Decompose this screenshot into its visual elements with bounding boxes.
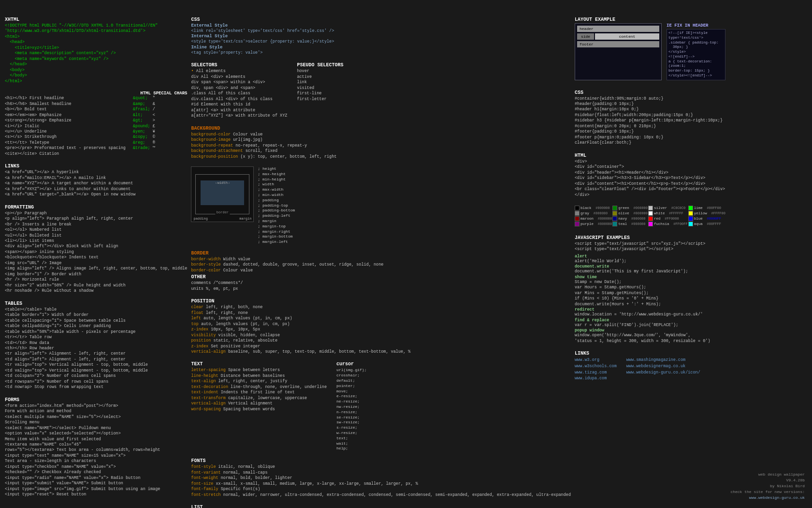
layout-diagram-area: header side content footer IE FIX IN HEA… (575, 23, 725, 80)
links-col1: www.w3.org www.w3schools.com www.tizag.c… (575, 357, 617, 382)
pseudo-title: PSEUDO SELECTORS (297, 62, 343, 68)
layout-diagram: header side content footer (575, 23, 662, 80)
site-url: www.webdesign-guru.co.uk (730, 495, 805, 501)
background-title: BACKGROUND (191, 126, 571, 131)
popup-label: popup window (575, 328, 725, 333)
links-two-col: www.w3.org www.w3schools.com www.tizag.c… (575, 357, 725, 382)
inline-style-title: Inline Style (191, 45, 571, 50)
color-lime: lime #00FF00 (688, 206, 725, 210)
box-outer-rect: border ←width→ (195, 174, 249, 214)
html-special-chars-title: HTML SPECIAL CHARS (140, 91, 187, 96)
time-label: show time (575, 275, 725, 280)
xhtml-column: XHTML <!DOCTYPE html PUBLIC "-//W3C//DTD… (5, 17, 187, 503)
xhtml-section: XHTML <!DOCTYPE html PUBLIC "-//W3C//DTD… (5, 17, 187, 84)
color-black: black #000000 (575, 206, 612, 210)
pseudo-selectors-col: PSEUDO SELECTORS hover active link visit… (297, 62, 343, 119)
cursor-title: cursor (336, 361, 366, 367)
css-properties-list: ; height ; max-height ; min-height ; wid… (258, 166, 295, 245)
cursor-list: cursor url(img.gif); crosshair; default;… (336, 361, 366, 451)
color-blue: blue #0000FF (688, 216, 725, 221)
width-label: ←width→ (216, 181, 230, 185)
box-model-area: padding margin border ←width→ ; height ;… (191, 166, 571, 245)
border-section: BORDER border-width Width value border-s… (191, 251, 571, 292)
list-section: LIST list-style-type disc; circle; squar… (191, 505, 571, 508)
find-label: find & replace (575, 318, 725, 323)
fonts-section: FONTS font-style italic, normal, oblique… (191, 458, 571, 498)
color-yellow: yellow #FFFF00 (688, 211, 725, 216)
text-css-section: TEXT letter-spacing Space between letter… (191, 361, 571, 451)
author: by Nikolai Bird (730, 483, 805, 489)
write-label: document.write (575, 264, 725, 269)
le-footer-box: footer (577, 41, 659, 47)
text-props: TEXT letter-spacing Space between letter… (191, 361, 327, 451)
wallpaper-title: web design wallpaper (730, 472, 805, 478)
ie-fix-code: <!--[if IE]><style type='text/css'> .sid… (667, 29, 725, 80)
footer-info: web design wallpaper V9.4.28b by Nikolai… (730, 472, 805, 501)
headings-list: <h1></h1> First headline <h6></h6> Small… (5, 96, 126, 157)
color-olive: olive #808000 (612, 211, 648, 216)
other-title: OTHER (191, 274, 243, 280)
css-layout-section: CSS #container{width:90%;margin:0 auto;}… (575, 90, 725, 146)
formatting-section: FORMATTING <p></p> Paragraph <p align="l… (5, 205, 187, 294)
color-navy: navy #000080 (612, 216, 648, 221)
check-text: check the site for new versions: (730, 489, 805, 495)
text-title: TEXT (191, 361, 327, 367)
links-col2: www.smashingmagazine.com www.webdesigner… (626, 357, 700, 382)
xhtml-structure: <html> <head> <title>xyz</title> <meta n… (5, 34, 187, 84)
links-section: LINKS <a href="URL"></a> A hyperlink <a … (5, 164, 187, 197)
fonts-title: FONTS (191, 458, 571, 463)
border-label: border (216, 210, 230, 214)
external-style-title: External Style (191, 23, 571, 28)
list-title: LIST (191, 505, 571, 508)
tables-title: TABLES (5, 301, 187, 306)
border-title: BORDER (191, 251, 571, 256)
selectors-section: SELECTORS • All elements div All <div> e… (191, 62, 571, 119)
internal-style-title: Internal Style (191, 34, 571, 39)
css-section: CSS External Style <link rel='stylesheet… (191, 17, 571, 56)
selectors-title: SELECTORS (191, 62, 287, 68)
special-chars-list: &quot; " &amp; & &frasl; / &lt; < &gt; >… (133, 96, 176, 157)
color-purple: purple #800080 (575, 222, 612, 226)
margin-label2: margin (239, 217, 251, 221)
position-section: POSITION clear left, right, both, none f… (191, 299, 571, 355)
color-silver: silver #C0C0C0 (648, 206, 688, 210)
color-green: green #008000 (612, 206, 648, 210)
le-content-box: content (595, 33, 659, 40)
le-body-row: side content (577, 33, 659, 40)
main-container: XHTML <!DOCTYPE html PUBLIC "-//W3C//DTD… (0, 0, 812, 508)
css-title: CSS (191, 17, 571, 22)
xhtml-title: XHTML (5, 17, 187, 22)
other-section: OTHER comments /*comments*/ units %, em,… (191, 274, 243, 292)
layout-column: LAYOUT EXAMPLE header side content foote… (575, 17, 725, 503)
headings-section: HTML SPECIAL CHARS <h1></h1> First headl… (5, 91, 187, 157)
formatting-title: FORMATTING (5, 205, 187, 210)
color-maroon: maroon #800000 (575, 216, 612, 221)
links-title: LINKS (5, 164, 187, 169)
colors-grid: black #000000 green #008000 silver #C0C0… (575, 206, 725, 226)
javascript-title: JAVASCRIPT EXAMPLES (575, 235, 725, 240)
css-column: CSS External Style <link rel='stylesheet… (191, 17, 571, 503)
color-aqua: aqua #00FFFF (688, 222, 725, 226)
redirect-label: redirect (575, 307, 725, 312)
forms-section: FORMS <form action="index.htm" method="p… (5, 397, 187, 498)
ie-fix-section: IE FIX IN HEADER <!--[if IE]><style type… (667, 23, 725, 80)
layout-example-title: LAYOUT EXAMPLE (575, 17, 725, 22)
color-red: red #FF0000 (648, 216, 688, 221)
layout-example-section: LAYOUT EXAMPLE header side content foote… (575, 17, 725, 83)
position-title: POSITION (191, 299, 571, 304)
selectors-col: SELECTORS • All elements div All <div> e… (191, 62, 287, 119)
margin-label: padding (193, 217, 207, 221)
links-res-title: LINKS (575, 351, 725, 356)
background-section: BACKGROUND background-color Colour value… (191, 126, 571, 160)
color-gray: gray #808080 (575, 211, 612, 216)
version: V9.4.28b (730, 478, 805, 483)
ie-fix-title: IE FIX IN HEADER (667, 23, 725, 28)
le-header-box: header (577, 26, 659, 32)
html-layout-section: HTML <div> <div id="container"> <div id=… (575, 153, 725, 198)
color-teal: teal #008080 (612, 222, 648, 226)
links-res-section: LINKS www.w3.org www.w3schools.com www.t… (575, 351, 725, 382)
tables-section: TABLES <table></table> Table <table bord… (5, 301, 187, 390)
color-fuchsia: fuchsia #FF00FF (648, 222, 688, 226)
color-white: white #FFFFFF (648, 211, 688, 216)
html-layout-title: HTML (575, 153, 725, 158)
